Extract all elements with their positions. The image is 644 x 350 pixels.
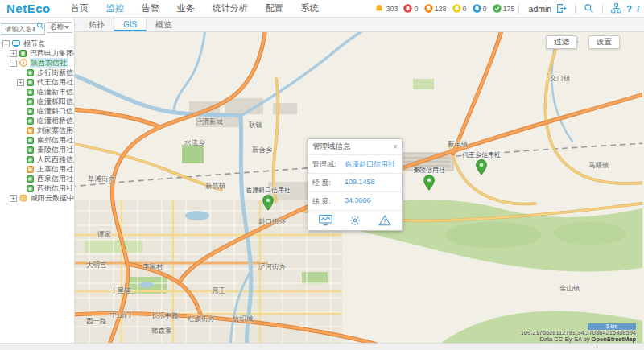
- tab-overview[interactable]: 概览: [147, 18, 180, 31]
- alarm-count: 303: [386, 5, 398, 13]
- tree-node-label: 西泉信用社: [36, 174, 74, 183]
- leaf-icon: [27, 137, 34, 144]
- leaf-warn-icon: [27, 166, 34, 173]
- critical-alarm-badge[interactable]: 0: [403, 4, 418, 13]
- collapse-icon[interactable]: -: [10, 60, 17, 67]
- popup-row-value: 34.3606: [345, 196, 398, 207]
- main-menu: 首页监控告警业务统计分析配置系统: [62, 2, 328, 14]
- tree-node-3[interactable]: 步行街新信用社: [0, 68, 74, 77]
- expand-icon[interactable]: +: [10, 50, 17, 57]
- nav-alarm[interactable]: 告警: [133, 2, 168, 14]
- map-marker-label: 临潼斜口信用社: [246, 186, 291, 195]
- bell-alarm-badge[interactable]: 303: [374, 4, 398, 14]
- tree-node-9[interactable]: 刘家寨信用社: [0, 126, 74, 135]
- nav-system[interactable]: 系统: [292, 2, 328, 14]
- map-town-label: 长乐中路: [151, 311, 179, 321]
- domain-icon: [19, 59, 27, 67]
- minor-alarm-badge[interactable]: 0: [452, 4, 467, 13]
- nav-service[interactable]: 业务: [168, 2, 204, 14]
- info-icon[interactable]: i: [637, 4, 639, 14]
- major-alarm-badge[interactable]: 128: [424, 4, 447, 13]
- nav-monitor[interactable]: 监控: [97, 2, 133, 14]
- main-panel: 拓扑GIS概览: [75, 18, 644, 343]
- tree-node-label: 临潼斜口信用社: [36, 106, 74, 116]
- expand-icon[interactable]: +: [17, 79, 24, 86]
- search-field-wrap: [2, 20, 45, 35]
- location-pin-icon: [262, 200, 274, 213]
- map-marker-label: 秦陵信用社: [413, 166, 445, 175]
- logout-icon[interactable]: [556, 3, 567, 14]
- map-town-label: 金山镇: [559, 284, 580, 294]
- major-icon: [424, 4, 433, 13]
- popup-row-label: 管理域:: [312, 159, 345, 170]
- map-marker-label: 代王乡信用社: [462, 150, 501, 159]
- tree-node-label: 刘家寨信用社: [36, 126, 74, 135]
- tab-topology[interactable]: 拓扑: [80, 18, 114, 31]
- top-nav-bar: NetEco 首页监控告警业务统计分析配置系统 303012800175 adm…: [0, 0, 644, 18]
- tree-node-14[interactable]: 西泉信用社: [0, 174, 74, 183]
- tree-node-label: 咸阳云数据中心: [30, 193, 74, 203]
- gis-map[interactable]: 何寨镇交口镇新丰镇马额镇金山镇泾渭新城耿镇水流乡新合乡草滩街办新筑镇斜口街办谭家…: [75, 32, 644, 343]
- tree-node-4[interactable]: +代王信用社: [0, 77, 74, 87]
- topology-icon[interactable]: [611, 3, 621, 14]
- popup-row-value[interactable]: 临潼斜口信用社: [345, 159, 398, 170]
- tree-node-13[interactable]: 上寨信用社: [0, 164, 74, 174]
- tree-node-5[interactable]: 临潼新丰信用社: [0, 87, 74, 97]
- search-type-select[interactable]: 名称: [47, 22, 72, 33]
- tree-node-label: 西街信用社: [36, 183, 74, 193]
- map-town-label: 新丰镇: [448, 140, 469, 150]
- nav-config[interactable]: 配置: [257, 2, 292, 14]
- tree-node-2[interactable]: -陕西农信社: [0, 58, 74, 68]
- map-town-label: 交口镇: [550, 74, 571, 84]
- tab-gis[interactable]: GIS: [114, 18, 147, 31]
- nav-home[interactable]: 首页: [62, 2, 97, 14]
- alarm-icon[interactable]: [378, 215, 391, 226]
- normal-icon: [493, 4, 502, 13]
- map-town-label: 浐河街办: [258, 262, 286, 272]
- performance-icon[interactable]: [319, 215, 332, 226]
- view-tabs: 拓扑GIS概览: [75, 18, 644, 32]
- search-icon[interactable]: [584, 3, 594, 14]
- tree-node-8[interactable]: 临潼相桥信用社: [0, 116, 74, 126]
- map-marker[interactable]: 临潼斜口信用社: [262, 195, 274, 211]
- page-footer: [0, 343, 644, 350]
- expand-icon[interactable]: +: [10, 195, 17, 202]
- settings-icon[interactable]: [349, 215, 361, 226]
- tree-node-label: 临潼相桥信用社: [36, 116, 74, 126]
- tree-node-1[interactable]: +巴西电力集团楼: [0, 48, 74, 58]
- tree-node-0[interactable]: -根节点: [0, 39, 74, 48]
- tree-node-15[interactable]: 西街信用社: [0, 183, 74, 193]
- collapse-icon[interactable]: -: [2, 40, 10, 47]
- normal-alarm-badge[interactable]: 175: [493, 4, 515, 13]
- search-icon[interactable]: [36, 22, 44, 30]
- leaf-icon: [27, 146, 34, 154]
- map-town-label: 韩森寨: [151, 327, 172, 336]
- warning-alarm-badge[interactable]: 0: [473, 4, 487, 13]
- location-pin-icon: [476, 164, 487, 178]
- leaf-icon: [27, 79, 34, 86]
- critical-icon: [403, 4, 412, 13]
- nav-statistics[interactable]: 统计分析: [204, 2, 257, 14]
- tree-node-11[interactable]: 秦陵信用社: [0, 145, 74, 154]
- leaf-icon: [27, 117, 34, 125]
- map-marker[interactable]: 代王乡信用社: [476, 159, 487, 175]
- leaf-icon: [27, 175, 34, 183]
- tree-node-10[interactable]: 南郊信用社: [0, 135, 74, 145]
- tree-node-7[interactable]: 临潼斜口信用社: [0, 106, 74, 116]
- tree-node-6[interactable]: 临潼栎阳信用社: [0, 97, 74, 106]
- settings-button[interactable]: 设置: [588, 35, 620, 49]
- map-town-label: 泾渭新城: [196, 117, 223, 127]
- help-icon[interactable]: ?: [626, 4, 632, 14]
- map-town-label: 席王: [212, 286, 225, 296]
- map-marker[interactable]: 秦陵信用社: [423, 175, 435, 191]
- brand-logo[interactable]: NetEco: [6, 2, 51, 15]
- close-icon[interactable]: ×: [393, 143, 398, 151]
- search-type-label: 名称: [50, 23, 64, 32]
- tree-node-label: 巴西电力集团楼: [29, 48, 74, 58]
- map-town-label: 大明宫: [86, 261, 107, 270]
- openstreetmap-link[interactable]: OpenStreetMap: [592, 336, 636, 343]
- tree-node-16[interactable]: +咸阳云数据中心: [0, 193, 74, 203]
- tree-node-label: 临潼栎阳信用社: [36, 97, 74, 106]
- filter-button[interactable]: 过滤: [546, 35, 577, 49]
- tree-node-12[interactable]: 人民西路信用社: [0, 154, 74, 164]
